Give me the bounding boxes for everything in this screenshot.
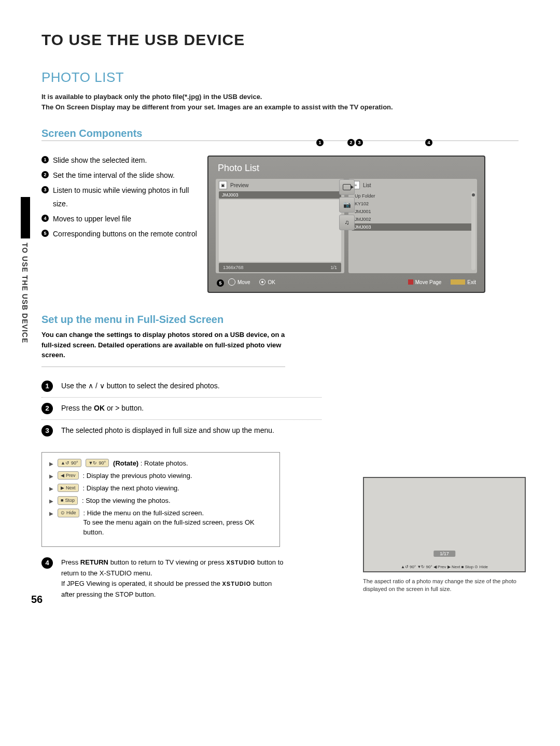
steps: 1 Use the ∧ / ∨ button to select the des…	[41, 375, 321, 442]
list-item: JMJ002	[352, 216, 474, 223]
music-icon: ♫	[339, 215, 355, 230]
stop-button: ■ Stop	[58, 496, 78, 505]
hide-button: ⊙ Hide	[58, 509, 79, 517]
tv-screenshot: Photo List ▣Preview JMJ003 1366x7681/1 ≡…	[207, 156, 485, 293]
controls-box: ▶ ▲↺ 90° ▼↻ 90° (Rotate) : Rotate photos…	[41, 452, 280, 547]
list-item: Up Folder	[352, 192, 474, 200]
ok-icon	[259, 279, 265, 285]
rotate-cw-button: ▼↻ 90°	[86, 459, 109, 468]
fullsize-heading: Set up the menu in Full-Sized Screen	[41, 314, 519, 326]
list-item: KY102	[352, 200, 474, 207]
page-title: TO USE THE USB DEVICE	[41, 31, 519, 49]
slideshow-icon	[339, 179, 355, 195]
intro-text: It is available to playback only the pho…	[41, 92, 519, 112]
interval-icon: 📷	[339, 197, 355, 213]
yellow-button-icon	[451, 279, 465, 285]
rotate-ccw-button: ▲↺ 90°	[58, 459, 81, 468]
fullsize-intro: You can change the settings to display p…	[41, 330, 285, 367]
fullsize-preview: 1/17 ▲↺ 90° ▼↻ 90° ◀ Prev ▶ Next ■ Stop …	[363, 477, 524, 594]
xstudio-logo: XSTUDIO	[222, 581, 251, 587]
step-4: 4 Press RETURN button to return to TV vi…	[41, 557, 285, 600]
list-item: JMJ001	[352, 208, 474, 215]
red-button-icon	[408, 279, 413, 285]
page-number: 56	[31, 594, 43, 606]
section-heading: PHOTO LIST	[41, 69, 519, 86]
photo-icon: ▣	[219, 181, 227, 189]
move-icon	[228, 278, 235, 286]
prev-button: ◀ Prev	[58, 471, 79, 480]
preview-panel: ▣Preview JMJ003 1366x7681/1	[216, 179, 344, 273]
xstudio-logo: XSTUDIO	[226, 559, 255, 566]
side-tab: TO USE THE USB DEVICE	[21, 197, 41, 363]
component-list: 1Slide show the selected item. 2Set the …	[41, 146, 197, 293]
list-panel: ≡List Up Folder KY102 JMJ001 JMJ002 JMJ0…	[348, 179, 477, 273]
next-button: ▶ Next	[58, 484, 79, 492]
list-item: JMJ003	[352, 223, 474, 231]
